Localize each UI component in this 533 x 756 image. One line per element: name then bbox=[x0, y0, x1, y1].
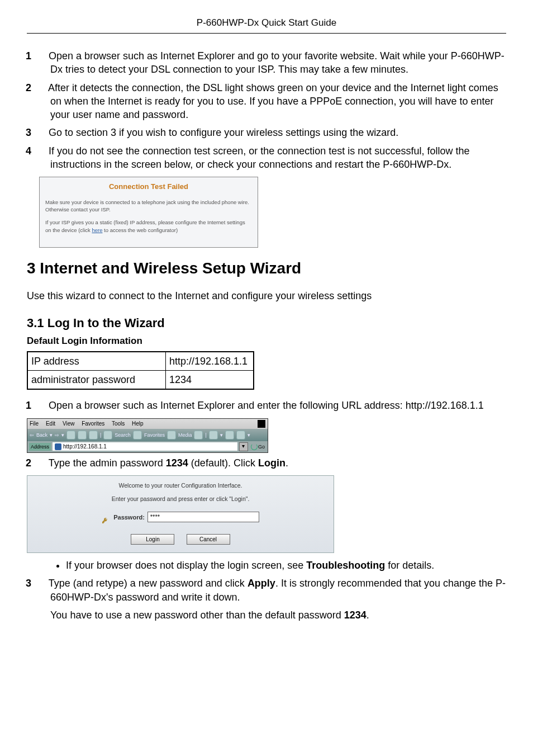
section-3-1-heading: 3.1 Log In to the Wizard bbox=[27, 315, 506, 332]
history-icon[interactable] bbox=[194, 431, 203, 440]
login-button[interactable]: Login bbox=[131, 534, 174, 545]
search-label[interactable]: Search bbox=[115, 432, 131, 438]
forward-arrow-icon[interactable]: ⇨ bbox=[55, 432, 59, 438]
search-icon[interactable] bbox=[103, 431, 112, 440]
step-3-text: Go to section 3 if you wish to configure… bbox=[49, 127, 398, 138]
mail-icon[interactable] bbox=[209, 431, 218, 440]
ctf-p2: If your ISP gives you a static (fixed) I… bbox=[45, 219, 252, 234]
step-4-text: If you do not see the connection test sc… bbox=[49, 145, 469, 170]
menu-help[interactable]: Help bbox=[132, 420, 144, 427]
ctf-title: Connection Test Failed bbox=[45, 182, 252, 192]
menu-favorites[interactable]: Favorites bbox=[82, 420, 104, 427]
cell-pw-label: administrator password bbox=[27, 371, 166, 390]
home-icon[interactable] bbox=[89, 431, 98, 440]
menu-file[interactable]: File bbox=[30, 420, 39, 427]
bstep-1-text: Open a browser such as Internet Explorer… bbox=[49, 400, 484, 411]
ctf-here-link[interactable]: here bbox=[92, 227, 102, 233]
stop-icon[interactable] bbox=[66, 431, 75, 440]
menu-tools[interactable]: Tools bbox=[112, 420, 125, 427]
bstep-2: 2 Type the admin password 1234 (default)… bbox=[38, 456, 506, 470]
address-dropdown-icon[interactable]: ▾ bbox=[239, 442, 248, 451]
step-2-text: After it detects the connection, the DSL… bbox=[48, 82, 498, 121]
refresh-icon[interactable] bbox=[78, 431, 87, 440]
login-welcome: Welcome to your router Configuration Int… bbox=[35, 481, 326, 489]
bstep-3-text: Type (and retype) a new password and cli… bbox=[49, 578, 506, 602]
ctf-p1: Make sure your device is connected to a … bbox=[45, 199, 252, 214]
edit-icon[interactable] bbox=[236, 431, 245, 440]
top-instructions: 1 Open a browser such as Internet Explor… bbox=[27, 49, 506, 171]
section-3-heading: 3 Internet and Wireless Setup Wizard bbox=[27, 258, 506, 279]
browser-menubar: File Edit View Favorites Tools Help bbox=[27, 419, 268, 429]
password-label: Password: bbox=[113, 514, 145, 521]
bstep-3-p2: You have to use a new password other tha… bbox=[50, 608, 506, 622]
browser-figure: File Edit View Favorites Tools Help ⇦ Ba… bbox=[27, 418, 268, 453]
bottom-instructions-2: 2 Type the admin password 1234 (default)… bbox=[27, 456, 506, 470]
back-label[interactable]: Back bbox=[36, 432, 47, 438]
favorites-icon[interactable] bbox=[133, 431, 142, 440]
menu-edit[interactable]: Edit bbox=[46, 420, 55, 427]
password-input[interactable]: **** bbox=[147, 512, 259, 522]
address-bar: Address http://192.168.1.1 ▾ Go bbox=[27, 441, 268, 452]
cell-pw-value: 1234 bbox=[166, 371, 254, 390]
table-row: administrator password 1234 bbox=[27, 371, 254, 390]
bullet-list: If your browser does not display the log… bbox=[66, 559, 506, 572]
bstep-2-text: Type the admin password 1234 (default). … bbox=[49, 457, 288, 469]
print-icon[interactable] bbox=[225, 431, 234, 440]
menu-view[interactable]: View bbox=[63, 420, 75, 427]
password-row: Password: **** bbox=[35, 509, 326, 523]
step-2: 2 After it detects the connection, the D… bbox=[38, 81, 506, 122]
bullet-troubleshooting: If your browser does not display the log… bbox=[66, 559, 506, 572]
back-arrow-icon[interactable]: ⇦ bbox=[30, 432, 34, 438]
bstep-3: 3 Type (and retype) a new password and c… bbox=[38, 577, 506, 622]
bottom-instructions-3: 3 Type (and retype) a new password and c… bbox=[27, 577, 506, 622]
media-label[interactable]: Media bbox=[178, 432, 192, 438]
step-3: 3 Go to section 3 if you wish to configu… bbox=[38, 126, 506, 139]
bstep-1: 1 Open a browser such as Internet Explor… bbox=[38, 399, 506, 412]
ctf-p2b: to access the web configurator) bbox=[102, 227, 178, 233]
step-1-text: Open a browser such as Internet Explorer… bbox=[49, 50, 505, 75]
step-1: 1 Open a browser such as Internet Explor… bbox=[38, 49, 506, 77]
cell-ip-label: IP address bbox=[27, 352, 166, 371]
address-value: http://192.168.1.1 bbox=[63, 443, 107, 451]
bottom-instructions: 1 Open a browser such as Internet Explor… bbox=[27, 399, 506, 412]
address-label: Address bbox=[29, 443, 51, 451]
ie-page-icon bbox=[55, 443, 61, 450]
go-icon bbox=[251, 443, 258, 450]
address-field[interactable]: http://192.168.1.1 bbox=[53, 442, 237, 451]
login-info-table: IP address http://192.168.1.1 administra… bbox=[27, 351, 254, 390]
go-button[interactable]: Go bbox=[250, 443, 266, 450]
key-icon bbox=[102, 514, 108, 521]
table-row: IP address http://192.168.1.1 bbox=[27, 352, 254, 371]
page-header: P-660HWP-Dx Quick Start Guide bbox=[27, 0, 506, 34]
go-label: Go bbox=[258, 443, 265, 450]
cell-ip-value: http://192.168.1.1 bbox=[166, 352, 254, 371]
login-info-caption: Default Login Information bbox=[27, 335, 506, 348]
login-instruction: Enter your password and press enter or c… bbox=[35, 495, 326, 503]
step-4: 4 If you do not see the connection test … bbox=[38, 144, 506, 172]
login-figure: Welcome to your router Configuration Int… bbox=[27, 475, 334, 553]
windows-icon bbox=[258, 420, 265, 428]
connection-test-failed-figure: Connection Test Failed Make sure your de… bbox=[39, 177, 258, 248]
browser-toolbar: ⇦ Back ▾ ⇨ ▾ | Search Favorites Media | … bbox=[27, 429, 268, 441]
favorites-label[interactable]: Favorites bbox=[144, 432, 165, 438]
section-3-lead: Use this wizard to connect to the Intern… bbox=[27, 289, 506, 303]
media-icon[interactable] bbox=[167, 431, 176, 440]
cancel-button[interactable]: Cancel bbox=[187, 534, 230, 545]
